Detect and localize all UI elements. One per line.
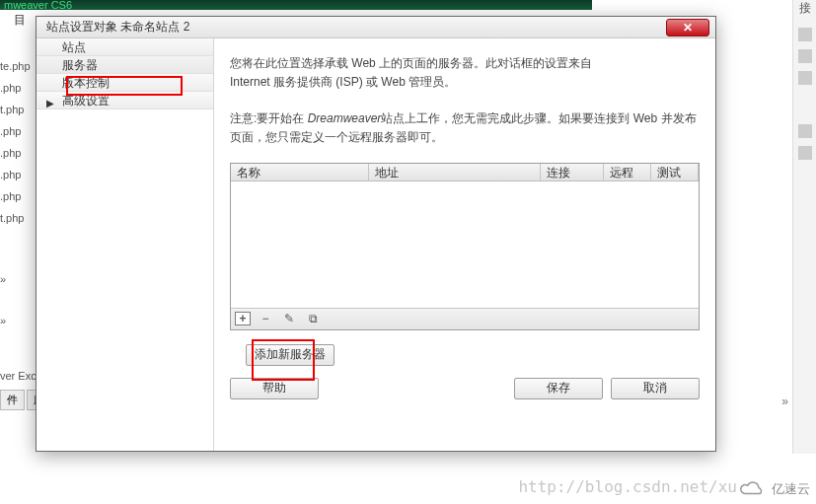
app-titlebar: mweaver CS6 xyxy=(0,0,592,10)
right-panel-strip: 接 xyxy=(792,0,816,454)
note-appname: Dreamweaver xyxy=(308,111,382,125)
panel-icon[interactable] xyxy=(798,71,812,85)
table-toolbar: + − ✎ ⧉ xyxy=(231,308,699,329)
right-char: 接 xyxy=(793,0,816,20)
edit-server-button[interactable]: ✎ xyxy=(280,311,298,326)
dialog-footer: 帮助 保存 取消 xyxy=(230,378,700,399)
col-remote[interactable]: 远程 xyxy=(604,164,651,180)
col-address[interactable]: 地址 xyxy=(369,164,541,180)
add-server-button[interactable]: + xyxy=(235,312,251,325)
panel-icon[interactable] xyxy=(798,49,812,63)
cancel-button[interactable]: 取消 xyxy=(611,378,700,399)
file-item[interactable]: t.php xyxy=(0,99,39,120)
expand-arrow-icon: ▶ xyxy=(46,95,54,112)
file-item[interactable]: .php xyxy=(0,77,39,99)
remove-server-button[interactable]: − xyxy=(257,311,274,326)
dialog-titlebar[interactable]: 站点设置对象 未命名站点 2 ✕ xyxy=(37,17,715,38)
table-header: 名称 地址 连接 远程 测试 xyxy=(231,164,699,181)
add-new-server-button[interactable]: 添加新服务器 xyxy=(246,344,334,366)
duplicate-server-button[interactable]: ⧉ xyxy=(304,311,322,326)
yisu-cloud-logo: 亿速云 xyxy=(738,480,810,498)
more-indicator: » xyxy=(0,268,39,290)
server-table: 名称 地址 连接 远程 测试 + − ✎ ⧉ xyxy=(230,163,700,330)
file-item[interactable]: .php xyxy=(0,120,39,142)
help-button[interactable]: 帮助 xyxy=(230,378,319,399)
sidebar-label: 目 xyxy=(0,12,39,29)
panel-icon[interactable] xyxy=(798,146,812,160)
file-item[interactable]: .php xyxy=(0,185,39,207)
close-icon: ✕ xyxy=(683,21,693,35)
col-connection[interactable]: 连接 xyxy=(541,164,604,180)
more-indicator: » xyxy=(0,310,39,331)
dialog-title: 站点设置对象 未命名站点 2 xyxy=(46,19,666,36)
table-body-empty xyxy=(231,181,699,308)
close-button[interactable]: ✕ xyxy=(666,19,709,36)
panel-icon[interactable] xyxy=(798,28,812,41)
note-text: 注意:要开始在 xyxy=(230,111,308,125)
nav-item-label: 高级设置 xyxy=(62,94,110,108)
panel-icon[interactable] xyxy=(798,124,812,138)
dialog-body: 站点 服务器 版本控制 ▶ 高级设置 您将在此位置选择承载 Web 上的页面的服… xyxy=(37,38,715,451)
file-item[interactable]: .php xyxy=(0,142,39,164)
dialog-nav: 站点 服务器 版本控制 ▶ 高级设置 xyxy=(37,38,214,451)
file-item[interactable]: t.php xyxy=(0,207,39,229)
site-setup-dialog: 站点设置对象 未命名站点 2 ✕ 站点 服务器 版本控制 ▶ 高级设置 您将在此… xyxy=(36,16,716,452)
tab-files[interactable]: 件 xyxy=(0,390,25,410)
col-test[interactable]: 测试 xyxy=(651,164,699,180)
nav-item-site[interactable]: 站点 xyxy=(37,38,213,56)
cloud-brand-text: 亿速云 xyxy=(772,480,810,498)
save-button[interactable]: 保存 xyxy=(514,378,603,399)
col-name[interactable]: 名称 xyxy=(231,164,369,180)
file-list: te.php .php t.php .php .php .php .php t.… xyxy=(0,55,39,331)
nav-item-server[interactable]: 服务器 xyxy=(37,56,213,74)
nav-item-version[interactable]: 版本控制 xyxy=(37,74,213,92)
dialog-content: 您将在此位置选择承载 Web 上的页面的服务器。此对话框的设置来自 Intern… xyxy=(214,38,715,451)
nav-item-advanced[interactable]: ▶ 高级设置 xyxy=(37,92,213,109)
server-note: 注意:要开始在 Dreamweaver站点上工作，您无需完成此步骤。如果要连接到… xyxy=(230,109,700,146)
file-item[interactable]: te.php xyxy=(0,55,39,77)
server-description: 您将在此位置选择承载 Web 上的页面的服务器。此对话框的设置来自 Intern… xyxy=(230,54,700,92)
cloud-icon xyxy=(738,480,768,498)
watermark-url: http://blog.csdn.net/xu xyxy=(518,477,737,496)
file-item[interactable]: .php xyxy=(0,164,39,185)
collapse-chevron-icon[interactable]: » xyxy=(781,395,788,408)
